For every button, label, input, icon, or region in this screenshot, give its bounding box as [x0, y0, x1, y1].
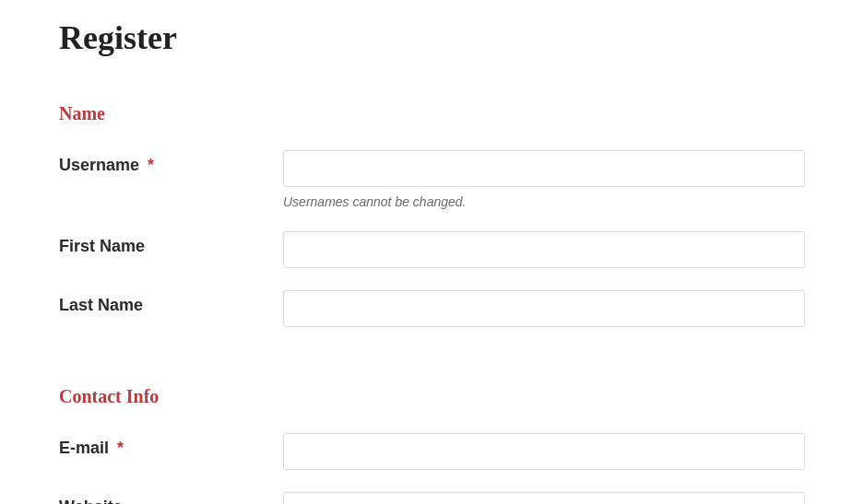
website-input[interactable]	[283, 492, 805, 504]
section-heading-contact: Contact Info	[59, 386, 805, 407]
input-column	[283, 492, 805, 504]
label-username: Username *	[59, 150, 283, 175]
form-row-email: E-mail *	[59, 433, 805, 470]
label-first-name: First Name	[59, 231, 283, 256]
input-column	[283, 150, 805, 187]
label-email: E-mail *	[59, 433, 283, 458]
last-name-input[interactable]	[283, 290, 805, 327]
form-row-website: Website	[59, 492, 805, 504]
username-hint: Usernames cannot be changed.	[283, 194, 805, 209]
label-website-text: Website	[59, 498, 123, 504]
label-last-name-text: Last Name	[59, 296, 143, 314]
register-form-container: Register Name Username * Usernames canno…	[59, 18, 805, 504]
label-website: Website	[59, 492, 283, 504]
email-input[interactable]	[283, 433, 805, 470]
input-column	[283, 290, 805, 327]
input-column	[283, 433, 805, 470]
page-title: Register	[59, 18, 805, 57]
username-input[interactable]	[283, 150, 805, 187]
form-row-first-name: First Name	[59, 231, 805, 268]
form-row-last-name: Last Name	[59, 290, 805, 327]
label-first-name-text: First Name	[59, 237, 145, 255]
label-username-text: Username	[59, 156, 139, 174]
input-column	[283, 231, 805, 268]
section-heading-name: Name	[59, 103, 805, 124]
required-asterisk: *	[117, 439, 124, 457]
label-last-name: Last Name	[59, 290, 283, 315]
label-email-text: E-mail	[59, 439, 109, 457]
first-name-input[interactable]	[283, 231, 805, 268]
required-asterisk: *	[148, 156, 154, 174]
form-row-username: Username *	[59, 150, 805, 187]
